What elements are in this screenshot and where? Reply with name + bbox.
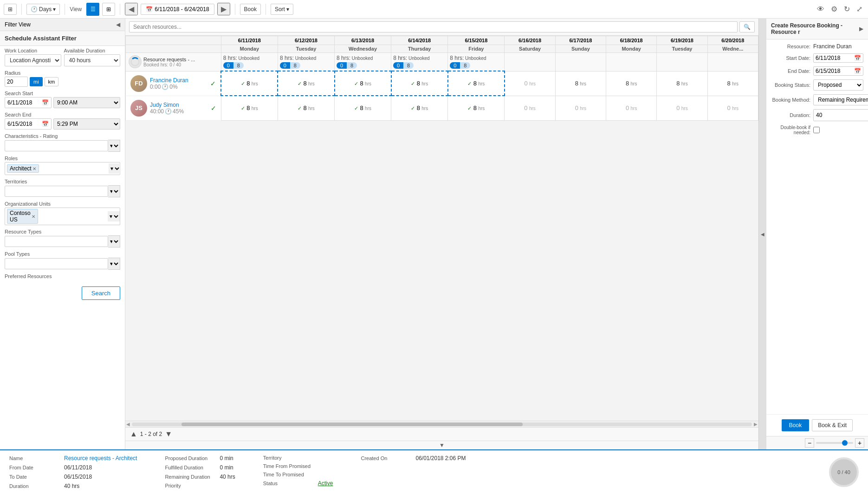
schedule-grid[interactable]: 6/11/2018 6/12/2018 6/13/2018 6/14/2018 … <box>125 36 758 421</box>
zoom-slider-track[interactable] <box>816 442 853 444</box>
dayname-sunday: Sunday <box>555 45 606 53</box>
book-btn[interactable]: Book <box>240 4 261 15</box>
eye-btn[interactable]: 👁 <box>815 3 826 15</box>
booking-status-row: Booking Status: Proposed <box>771 79 863 91</box>
preferred-resources-field: Preferred Resources <box>0 272 125 282</box>
booking-fields: Resource: Francine Duran Start Date: 6/1… <box>766 39 868 139</box>
search-start-date-input[interactable]: 📅 <box>5 97 52 108</box>
date-range-btn[interactable]: 📅 6/11/2018 - 6/24/2018 <box>141 4 214 15</box>
h-scrollbar-thumb[interactable] <box>181 422 523 426</box>
collapse-bottom-area: ▼ <box>125 441 758 449</box>
days-toggle-btn[interactable]: 🕐 Days ▾ <box>26 4 60 15</box>
h-scroll-right[interactable]: ▶ <box>754 422 758 427</box>
judy-wed[interactable]: ✓ 8 hrs <box>335 96 391 120</box>
judy-mon[interactable]: ✓ 8 hrs <box>221 96 278 120</box>
right-collapse-handle[interactable]: ◀ <box>758 19 766 449</box>
available-duration-select[interactable]: 40 hours <box>64 54 121 66</box>
info-duration-value: 40 hrs <box>64 483 79 489</box>
territories-dropdown[interactable]: ▾ <box>108 185 120 197</box>
roles-dropdown[interactable]: ▾ <box>109 163 121 174</box>
sort-btn[interactable]: Sort ▾ <box>271 4 293 15</box>
double-book-checkbox[interactable] <box>813 127 820 133</box>
radius-field: Radius mi km <box>0 68 125 89</box>
h-scrollbar-track[interactable] <box>132 422 752 426</box>
work-location-select[interactable]: Location Agnostic <box>5 54 61 66</box>
h-scroll-area[interactable]: ◀ ▶ <box>125 421 758 427</box>
search-end-date-value[interactable] <box>7 121 40 127</box>
page-prev-btn[interactable]: ▲ <box>130 430 137 438</box>
judy-tue[interactable]: ✓ 8 hrs <box>278 96 334 120</box>
refresh-btn[interactable]: ↻ <box>842 3 852 15</box>
judy-percent: 45% <box>173 108 184 115</box>
zoom-in-btn[interactable]: + <box>855 438 864 448</box>
booking-expand-btn[interactable]: ▶ <box>859 26 863 32</box>
settings-grid-btn[interactable]: ⊞ <box>4 4 17 15</box>
radius-input[interactable] <box>5 77 28 87</box>
search-end-date-input[interactable]: 📅 <box>5 118 52 130</box>
radius-km-btn[interactable]: km <box>45 77 59 86</box>
francine-fri[interactable]: ✓ 8 hrs <box>448 71 505 96</box>
list-view-btn[interactable]: ☰ <box>86 3 99 16</box>
prev-date-btn[interactable]: ◀ <box>125 3 138 15</box>
grid-view-btn[interactable]: ⊞ <box>102 3 115 16</box>
pool-types-input[interactable] <box>5 258 108 269</box>
info-time-to-label: Time To Promised <box>263 472 314 477</box>
territories-input[interactable] <box>5 186 108 197</box>
end-date-input-wrapper[interactable]: 6/15/2018 📅 <box>813 66 863 76</box>
booking-status-select[interactable]: Proposed <box>813 79 863 91</box>
judy-thu[interactable]: ✓ 8 hrs <box>391 96 448 120</box>
search-start-time-select[interactable]: 9:00 AM <box>53 97 120 108</box>
radius-mi-btn[interactable]: mi <box>30 77 43 86</box>
francine-tue[interactable]: ✓ 8 hrs <box>278 71 334 96</box>
bar-light-3: 8 <box>347 62 357 69</box>
start-date-input-wrapper[interactable]: 6/11/2018 📅 <box>813 53 863 63</box>
info-status-label: Status <box>263 481 314 486</box>
francine-wed[interactable]: ✓ 8 hrs <box>335 71 391 96</box>
resource-types-dropdown[interactable]: ▾ <box>108 235 120 247</box>
collapse-bottom-btn[interactable]: ▼ <box>439 442 445 448</box>
info-status-value[interactable]: Active <box>318 480 333 487</box>
book-exit-action-btn[interactable]: Book & Exit <box>812 419 853 431</box>
org-units-dropdown[interactable]: ▾ <box>108 211 120 221</box>
booking-duration-row: Duration: ▲ ▼ <box>771 109 863 121</box>
booking-end-date-row: End Date: 6/15/2018 📅 <box>771 66 863 76</box>
toolbar-right: 👁 ⚙ ↻ ⤢ <box>815 3 864 15</box>
booking-duration-input[interactable] <box>814 110 868 120</box>
search-start-date-value[interactable] <box>7 99 40 106</box>
characteristics-dropdown[interactable]: ▾ <box>108 140 120 152</box>
roles-tag-remove-btn[interactable]: ✕ <box>32 166 36 171</box>
expand-btn[interactable]: ⤢ <box>855 3 864 15</box>
roles-input[interactable] <box>39 165 109 172</box>
book-action-btn[interactable]: Book <box>782 419 809 431</box>
judy-check-thu: ✓ <box>411 105 415 111</box>
booking-method-select[interactable]: Remaining Requirement <box>813 94 868 105</box>
hour-bar-3: 0 8 <box>337 62 389 69</box>
pool-types-dropdown[interactable]: ▾ <box>108 258 120 270</box>
resource-search-input[interactable] <box>129 21 738 32</box>
resource-types-input[interactable] <box>5 236 108 247</box>
org-tag-remove-btn[interactable]: ✕ <box>32 214 35 219</box>
org-units-input[interactable] <box>38 213 108 220</box>
search-button[interactable]: Search <box>82 286 120 300</box>
zoom-out-btn[interactable]: − <box>805 438 814 448</box>
characteristics-field: Characteristics - Rating ▾ <box>0 131 125 154</box>
filter-view-collapse-btn[interactable]: ◀ <box>116 21 120 28</box>
settings-btn[interactable]: ⚙ <box>829 3 839 15</box>
judy-fri[interactable]: ✓ 8 hrs <box>448 96 505 120</box>
resource-search-btn[interactable]: 🔍 <box>739 21 755 32</box>
info-name-link[interactable]: Resource requests - Architect <box>64 455 137 462</box>
roles-tag-label: Architect <box>10 165 32 172</box>
bar-blue-4: 0 <box>393 62 403 69</box>
francine-thu[interactable]: ✓ 8 hrs <box>391 71 448 96</box>
h-scroll-left[interactable]: ◀ <box>126 422 130 427</box>
search-end-time-select[interactable]: 5:29 PM <box>53 118 120 130</box>
page-next-btn[interactable]: ▼ <box>165 430 172 438</box>
francine-mon[interactable]: ✓ 8 hrs <box>221 71 278 96</box>
grid-icon: ⊞ <box>106 6 111 13</box>
zoom-slider-thumb[interactable] <box>842 440 848 446</box>
francine-unit-thu: hrs <box>421 81 428 86</box>
sep2 <box>65 4 65 15</box>
next-date-btn[interactable]: ▶ <box>217 3 230 15</box>
book-label: Book <box>244 6 257 13</box>
characteristics-input[interactable] <box>5 140 108 151</box>
